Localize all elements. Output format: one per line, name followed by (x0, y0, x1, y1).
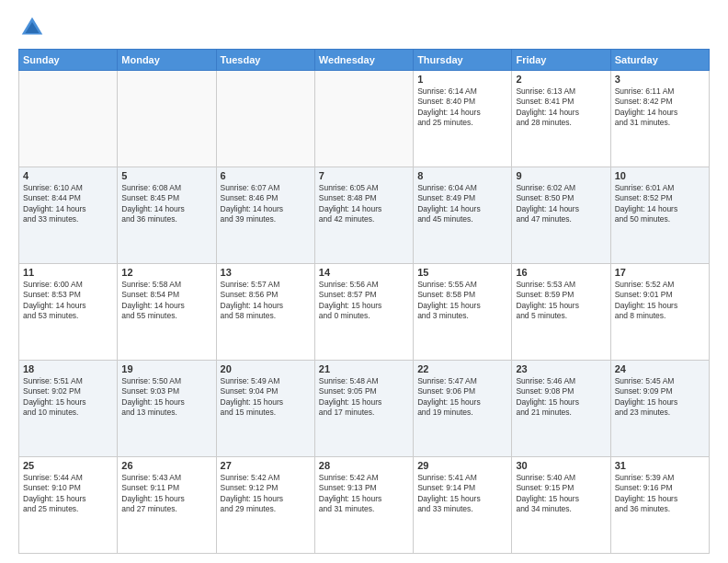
day-info: Sunrise: 6:04 AM Sunset: 8:49 PM Dayligh… (417, 183, 507, 225)
day-info: Sunrise: 5:44 AM Sunset: 9:10 PM Dayligh… (23, 473, 113, 515)
calendar-cell: 2Sunrise: 6:13 AM Sunset: 8:41 PM Daylig… (512, 71, 610, 167)
calendar-week-2: 4Sunrise: 6:10 AM Sunset: 8:44 PM Daylig… (19, 167, 710, 264)
calendar-cell: 4Sunrise: 6:10 AM Sunset: 8:44 PM Daylig… (19, 167, 118, 264)
calendar-cell: 28Sunrise: 5:42 AM Sunset: 9:13 PM Dayli… (314, 457, 413, 554)
day-info: Sunrise: 5:48 AM Sunset: 9:05 PM Dayligh… (319, 376, 409, 419)
calendar-week-1: 1Sunrise: 6:14 AM Sunset: 8:40 PM Daylig… (19, 71, 710, 167)
calendar-cell: 18Sunrise: 5:51 AM Sunset: 9:02 PM Dayli… (19, 361, 118, 457)
day-number: 9 (516, 170, 606, 181)
calendar-cell: 7Sunrise: 6:05 AM Sunset: 8:48 PM Daylig… (314, 167, 413, 264)
day-info: Sunrise: 5:52 AM Sunset: 9:01 PM Dayligh… (615, 280, 705, 322)
day-number: 20 (221, 363, 311, 374)
weekday-header-thursday: Thursday (414, 50, 512, 71)
day-number: 30 (516, 460, 606, 471)
calendar-cell: 29Sunrise: 5:41 AM Sunset: 9:14 PM Dayli… (414, 457, 512, 554)
day-info: Sunrise: 5:50 AM Sunset: 9:03 PM Dayligh… (121, 376, 211, 419)
calendar-cell: 21Sunrise: 5:48 AM Sunset: 9:05 PM Dayli… (314, 361, 413, 457)
weekday-header-wednesday: Wednesday (314, 50, 413, 71)
calendar-cell: 10Sunrise: 6:01 AM Sunset: 8:52 PM Dayli… (610, 167, 709, 264)
logo (18, 14, 50, 41)
day-number: 12 (121, 267, 211, 278)
logo-icon (18, 14, 46, 41)
calendar-cell: 12Sunrise: 5:58 AM Sunset: 8:54 PM Dayli… (118, 264, 216, 361)
calendar-cell: 16Sunrise: 5:53 AM Sunset: 8:59 PM Dayli… (512, 264, 610, 361)
calendar-cell: 20Sunrise: 5:49 AM Sunset: 9:04 PM Dayli… (216, 361, 314, 457)
calendar-cell (118, 71, 216, 167)
day-number: 15 (417, 267, 507, 278)
day-number: 28 (319, 460, 409, 471)
day-info: Sunrise: 5:51 AM Sunset: 9:02 PM Dayligh… (23, 376, 113, 419)
day-info: Sunrise: 6:11 AM Sunset: 8:42 PM Dayligh… (615, 86, 705, 129)
day-info: Sunrise: 6:00 AM Sunset: 8:53 PM Dayligh… (23, 280, 113, 322)
calendar-cell: 13Sunrise: 5:57 AM Sunset: 8:56 PM Dayli… (216, 264, 314, 361)
day-info: Sunrise: 6:08 AM Sunset: 8:45 PM Dayligh… (121, 183, 211, 225)
day-info: Sunrise: 6:07 AM Sunset: 8:46 PM Dayligh… (221, 183, 311, 225)
weekday-header-saturday: Saturday (610, 50, 709, 71)
calendar-week-4: 18Sunrise: 5:51 AM Sunset: 9:02 PM Dayli… (19, 361, 710, 457)
day-number: 11 (23, 267, 113, 278)
calendar-cell (314, 71, 413, 167)
calendar-cell: 26Sunrise: 5:43 AM Sunset: 9:11 PM Dayli… (118, 457, 216, 554)
day-info: Sunrise: 5:39 AM Sunset: 9:16 PM Dayligh… (615, 473, 705, 515)
day-info: Sunrise: 5:49 AM Sunset: 9:04 PM Dayligh… (221, 376, 311, 419)
calendar-cell (19, 71, 118, 167)
calendar-cell: 24Sunrise: 5:45 AM Sunset: 9:09 PM Dayli… (610, 361, 709, 457)
day-number: 25 (23, 460, 113, 471)
day-info: Sunrise: 5:43 AM Sunset: 9:11 PM Dayligh… (121, 473, 211, 515)
day-info: Sunrise: 5:57 AM Sunset: 8:56 PM Dayligh… (221, 280, 311, 322)
day-info: Sunrise: 5:56 AM Sunset: 8:57 PM Dayligh… (319, 280, 409, 322)
day-number: 4 (23, 170, 113, 181)
day-info: Sunrise: 6:13 AM Sunset: 8:41 PM Dayligh… (516, 86, 606, 129)
page: SundayMondayTuesdayWednesdayThursdayFrid… (0, 0, 728, 563)
day-info: Sunrise: 5:42 AM Sunset: 9:13 PM Dayligh… (319, 473, 409, 515)
calendar-cell: 30Sunrise: 5:40 AM Sunset: 9:15 PM Dayli… (512, 457, 610, 554)
day-info: Sunrise: 5:46 AM Sunset: 9:08 PM Dayligh… (516, 376, 606, 419)
day-number: 29 (417, 460, 507, 471)
day-number: 22 (417, 363, 507, 374)
day-info: Sunrise: 6:01 AM Sunset: 8:52 PM Dayligh… (615, 183, 705, 225)
weekday-header-sunday: Sunday (19, 50, 118, 71)
day-number: 18 (23, 363, 113, 374)
day-number: 8 (417, 170, 507, 181)
day-number: 26 (121, 460, 211, 471)
day-number: 16 (516, 267, 606, 278)
day-info: Sunrise: 6:14 AM Sunset: 8:40 PM Dayligh… (417, 86, 507, 129)
day-number: 21 (319, 363, 409, 374)
calendar-week-5: 25Sunrise: 5:44 AM Sunset: 9:10 PM Dayli… (19, 457, 710, 554)
day-info: Sunrise: 5:58 AM Sunset: 8:54 PM Dayligh… (121, 280, 211, 322)
calendar-cell: 5Sunrise: 6:08 AM Sunset: 8:45 PM Daylig… (118, 167, 216, 264)
weekday-header-monday: Monday (118, 50, 216, 71)
calendar-cell: 22Sunrise: 5:47 AM Sunset: 9:06 PM Dayli… (414, 361, 512, 457)
day-info: Sunrise: 5:55 AM Sunset: 8:58 PM Dayligh… (417, 280, 507, 322)
calendar-cell: 17Sunrise: 5:52 AM Sunset: 9:01 PM Dayli… (610, 264, 709, 361)
day-info: Sunrise: 6:10 AM Sunset: 8:44 PM Dayligh… (23, 183, 113, 225)
calendar-cell: 6Sunrise: 6:07 AM Sunset: 8:46 PM Daylig… (216, 167, 314, 264)
weekday-header-row: SundayMondayTuesdayWednesdayThursdayFrid… (19, 50, 710, 71)
day-number: 13 (221, 267, 311, 278)
day-number: 27 (221, 460, 311, 471)
calendar-cell: 19Sunrise: 5:50 AM Sunset: 9:03 PM Dayli… (118, 361, 216, 457)
calendar-cell: 27Sunrise: 5:42 AM Sunset: 9:12 PM Dayli… (216, 457, 314, 554)
day-info: Sunrise: 6:05 AM Sunset: 8:48 PM Dayligh… (319, 183, 409, 225)
calendar-cell (216, 71, 314, 167)
day-info: Sunrise: 5:45 AM Sunset: 9:09 PM Dayligh… (615, 376, 705, 419)
day-info: Sunrise: 5:40 AM Sunset: 9:15 PM Dayligh… (516, 473, 606, 515)
calendar-week-3: 11Sunrise: 6:00 AM Sunset: 8:53 PM Dayli… (19, 264, 710, 361)
day-info: Sunrise: 5:42 AM Sunset: 9:12 PM Dayligh… (221, 473, 311, 515)
day-number: 19 (121, 363, 211, 374)
day-info: Sunrise: 5:47 AM Sunset: 9:06 PM Dayligh… (417, 376, 507, 419)
calendar-cell: 25Sunrise: 5:44 AM Sunset: 9:10 PM Dayli… (19, 457, 118, 554)
day-info: Sunrise: 5:41 AM Sunset: 9:14 PM Dayligh… (417, 473, 507, 515)
day-number: 5 (121, 170, 211, 181)
day-number: 31 (615, 460, 705, 471)
day-number: 10 (615, 170, 705, 181)
calendar-cell: 3Sunrise: 6:11 AM Sunset: 8:42 PM Daylig… (610, 71, 709, 167)
day-info: Sunrise: 5:53 AM Sunset: 8:59 PM Dayligh… (516, 280, 606, 322)
calendar-cell: 8Sunrise: 6:04 AM Sunset: 8:49 PM Daylig… (414, 167, 512, 264)
calendar-cell: 31Sunrise: 5:39 AM Sunset: 9:16 PM Dayli… (610, 457, 709, 554)
day-number: 3 (615, 74, 705, 85)
calendar-cell: 11Sunrise: 6:00 AM Sunset: 8:53 PM Dayli… (19, 264, 118, 361)
weekday-header-friday: Friday (512, 50, 610, 71)
day-info: Sunrise: 6:02 AM Sunset: 8:50 PM Dayligh… (516, 183, 606, 225)
day-number: 14 (319, 267, 409, 278)
